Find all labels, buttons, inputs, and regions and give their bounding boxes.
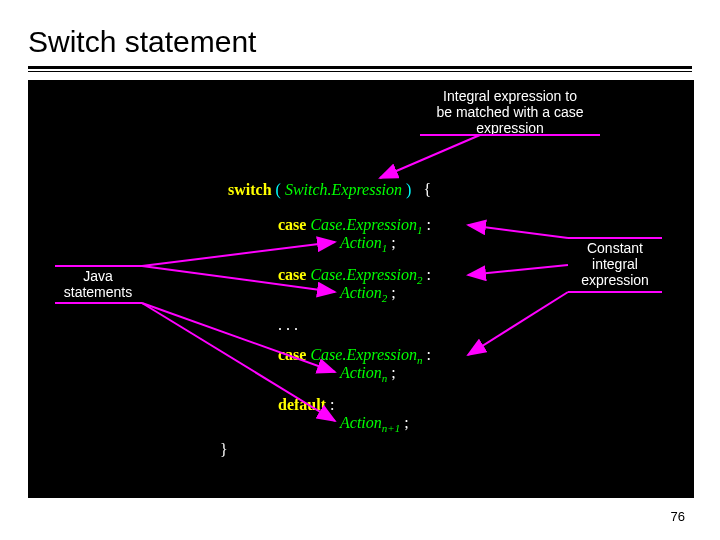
keyword-case-2: case <box>278 266 306 283</box>
actionn: Actionn <box>340 364 387 381</box>
close-paren: ) <box>406 181 411 198</box>
colon-2: : <box>426 266 430 283</box>
semicolon-n: ; <box>391 364 395 381</box>
open-brace: { <box>423 181 431 198</box>
semicolon-np1: ; <box>404 414 408 431</box>
colon-n: : <box>426 346 430 363</box>
action-np1: Actionn+1 <box>340 414 400 431</box>
colon-default: : <box>330 396 334 413</box>
annotation-java-statements: Javastatements <box>58 268 138 300</box>
annotation-integral-expression: Integral expression tobe matched with a … <box>410 88 610 136</box>
code-actionn: Actionn ; <box>340 363 396 385</box>
keyword-case-1: case <box>278 216 306 233</box>
casen-expression: Case.Expressionn <box>310 346 422 363</box>
code-action-default: Actionn+1 ; <box>340 413 409 435</box>
page-number: 76 <box>671 509 685 524</box>
title-underline-thick <box>28 66 692 69</box>
switch-expression: Switch.Expression <box>285 181 402 198</box>
action2: Action2 <box>340 284 387 301</box>
case1-expression: Case.Expression1 <box>310 216 422 233</box>
semicolon-2: ; <box>391 284 395 301</box>
case2-expression: Case.Expression2 <box>310 266 422 283</box>
colon-1: : <box>426 216 430 233</box>
keyword-case-n: case <box>278 346 306 363</box>
code-action1: Action1 ; <box>340 233 396 255</box>
code-default: default : <box>278 395 334 414</box>
action1: Action1 <box>340 234 387 251</box>
keyword-switch: switch <box>228 181 272 198</box>
keyword-default: default <box>278 396 326 413</box>
code-switch-line: switch ( Switch.Expression ) { <box>228 180 431 199</box>
slide-title: Switch statement <box>28 25 256 59</box>
code-ellipsis: . . . <box>278 315 298 334</box>
annotation-constant-integral: Constantintegralexpression <box>570 240 660 288</box>
code-close-brace: } <box>220 440 228 459</box>
title-underline-thin <box>28 71 692 72</box>
code-action2: Action2 ; <box>340 283 396 305</box>
slide: Switch statement Integral expression tob… <box>0 0 720 540</box>
open-paren: ( <box>276 181 281 198</box>
semicolon-1: ; <box>391 234 395 251</box>
